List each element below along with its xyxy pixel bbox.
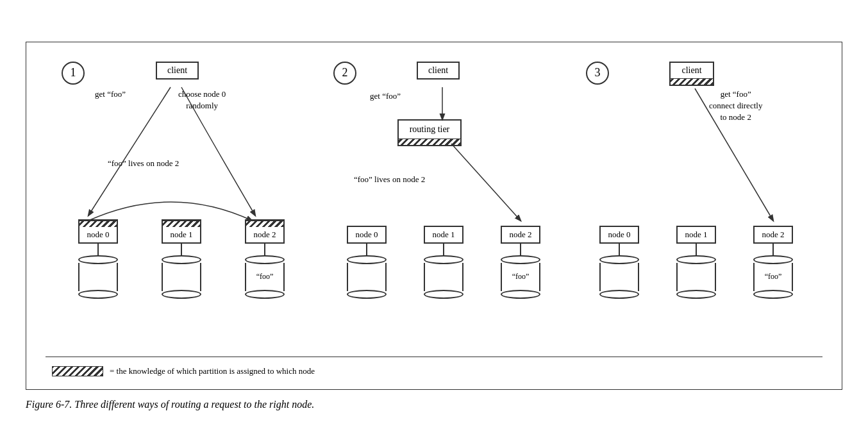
routing-tier-box: routing tier	[397, 119, 462, 146]
nodes-row-1: node 0 node 1	[56, 219, 306, 299]
node-col-1-3: node 1	[676, 226, 716, 299]
arrows-svg-2	[328, 55, 559, 350]
arrows-svg-3	[581, 55, 812, 350]
nodes-row-3: node 0 node 1	[581, 226, 812, 299]
annotation-3a: get “foo”connect directlyto node 2	[709, 88, 762, 124]
diagram-section-1: 1 client get “foo” choose node 0randomly	[56, 55, 306, 350]
client-box-2: client	[417, 62, 460, 80]
figure-caption: Figure 6-7. Three different ways of rout…	[26, 399, 842, 410]
nodes-row-2: node 0 node 1	[328, 226, 559, 299]
connector-0-3	[619, 244, 620, 255]
circle-number-1: 1	[62, 62, 85, 85]
connector-2-1	[264, 244, 265, 255]
divider	[46, 357, 822, 357]
connector-0-1	[97, 244, 99, 255]
node-col-2-2: node 2 “foo”	[501, 226, 540, 299]
node-box-2-1: node 2	[245, 219, 285, 244]
diagram-section-2: 2 client get “foo” routing tier	[328, 55, 559, 350]
circle-number-2: 2	[333, 62, 356, 85]
connector-1-2	[443, 244, 444, 255]
circle-number-3: 3	[586, 62, 609, 85]
annotation-1a: get “foo”	[95, 88, 126, 100]
node-col-0-2: node 0	[347, 226, 387, 299]
legend-hatch-symbol	[52, 366, 103, 376]
node-box-0-3: node 0	[599, 226, 639, 244]
node-box-1-3: node 1	[676, 226, 716, 244]
diagram-box: 1 client get “foo” choose node 0randomly	[26, 42, 842, 390]
annotation-2a: get “foo”	[370, 90, 401, 102]
node-col-0-3: node 0	[599, 226, 639, 299]
cylinder-2-1: “foo”	[245, 255, 285, 299]
legend-row: = the knowledge of which partition is as…	[46, 366, 822, 376]
cylinder-0-2	[347, 255, 387, 299]
diagram-section-3: 3 client get “foo”connect directlyto nod…	[581, 55, 812, 350]
connector-0-2	[366, 244, 367, 255]
node-box-1-1: node 1	[162, 219, 201, 244]
page-container: 1 client get “foo” choose node 0randomly	[0, 0, 868, 445]
cylinder-1-1	[162, 255, 201, 299]
connector-2-2	[520, 244, 521, 255]
node-col-2-3: node 2 “foo”	[753, 226, 793, 299]
node-col-1-2: node 1	[424, 226, 463, 299]
cylinder-2-2: “foo”	[501, 255, 540, 299]
connector-2-3	[772, 244, 774, 255]
cylinder-2-3: “foo”	[753, 255, 793, 299]
client-box-3: client	[669, 62, 714, 86]
annotation-2b: “foo” lives on node 2	[354, 174, 425, 185]
node-col-1-1: node 1	[162, 219, 201, 299]
annotation-1c: “foo” lives on node 2	[108, 158, 179, 169]
svg-line-0	[88, 87, 171, 215]
node-col-0-1: node 0	[78, 219, 118, 299]
svg-line-2	[451, 144, 521, 221]
annotation-1b: choose node 0randomly	[178, 88, 226, 112]
node-box-0-2: node 0	[347, 226, 387, 244]
node-box-2-3: node 2	[753, 226, 793, 244]
legend-text: = the knowledge of which partition is as…	[110, 366, 315, 376]
connector-1-3	[696, 244, 697, 255]
node-box-1-2: node 1	[424, 226, 463, 244]
cylinder-0-3	[599, 255, 639, 299]
cylinder-1-2	[424, 255, 463, 299]
cylinder-1-3	[676, 255, 716, 299]
client-box-1: client	[156, 62, 199, 80]
node-col-2-1: node 2 “foo”	[245, 219, 285, 299]
diagrams-row: 1 client get “foo” choose node 0randomly	[46, 55, 822, 350]
connector-1-1	[181, 244, 182, 255]
node-box-2-2: node 2	[501, 226, 540, 244]
node-box-0-1: node 0	[78, 219, 118, 244]
cylinder-0-1	[78, 255, 118, 299]
